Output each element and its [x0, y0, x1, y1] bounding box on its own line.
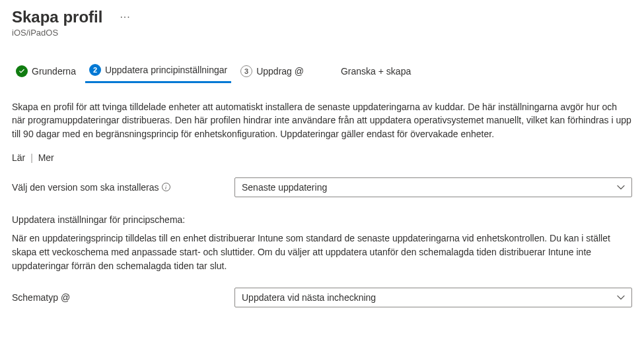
select-value: Uppdatera vid nästa incheckning [242, 292, 376, 303]
label-text: Välj den version som ska installeras [12, 182, 159, 193]
chevron-down-icon [617, 294, 625, 301]
divider: | [30, 152, 33, 163]
check-circle-icon [16, 65, 28, 77]
version-select[interactable]: Senaste uppdatering [234, 177, 632, 197]
step-number-icon: 2 [89, 64, 101, 76]
wizard-step-label: Uppdatera principinställningar [105, 65, 227, 75]
step-number-icon: 3 [240, 65, 252, 77]
wizard-steps: Grunderna 2 Uppdatera principinställning… [12, 61, 632, 86]
wizard-step-review[interactable]: Granska + skapa [337, 63, 415, 82]
wizard-step-basics[interactable]: Grunderna [12, 63, 80, 82]
wizard-step-label: Grunderna [32, 66, 76, 77]
label-text: Schematyp @ [12, 292, 70, 303]
schedule-type-select[interactable]: Uppdatera vid nästa incheckning [234, 288, 632, 307]
form-row-schedule-type: Schematyp @ Uppdatera vid nästa incheckn… [12, 288, 632, 307]
wizard-step-label: Granska + skapa [341, 66, 411, 77]
wizard-step-label: Uppdrag @ [256, 66, 304, 77]
chevron-down-icon [617, 183, 625, 191]
wizard-step-assignments[interactable]: 3 Uppdrag @ [236, 63, 308, 82]
schedule-description: När en uppdateringsprincip tilldelas til… [12, 232, 632, 273]
learn-more-row: Lär | Mer [12, 152, 632, 163]
schedule-heading: Uppdatera inställningar för principschem… [12, 214, 632, 225]
select-value: Senaste uppdatering [242, 182, 327, 193]
wizard-step-update-settings[interactable]: 2 Uppdatera principinställningar [85, 61, 231, 83]
info-icon[interactable]: i [162, 183, 170, 191]
more-actions-button[interactable]: ··· [114, 10, 135, 24]
version-label: Välj den version som ska installeras i [12, 182, 227, 193]
profile-description: Skapa en profil för att tvinga tilldelad… [12, 100, 632, 141]
learn-link-left[interactable]: Lär [12, 152, 25, 163]
form-row-version: Välj den version som ska installeras i S… [12, 177, 632, 197]
schedule-type-label: Schematyp @ [12, 292, 227, 303]
learn-link-right[interactable]: Mer [38, 152, 54, 163]
page-title: Skapa profil [12, 8, 102, 26]
page-subtitle: iOS/iPadOS [12, 28, 632, 38]
